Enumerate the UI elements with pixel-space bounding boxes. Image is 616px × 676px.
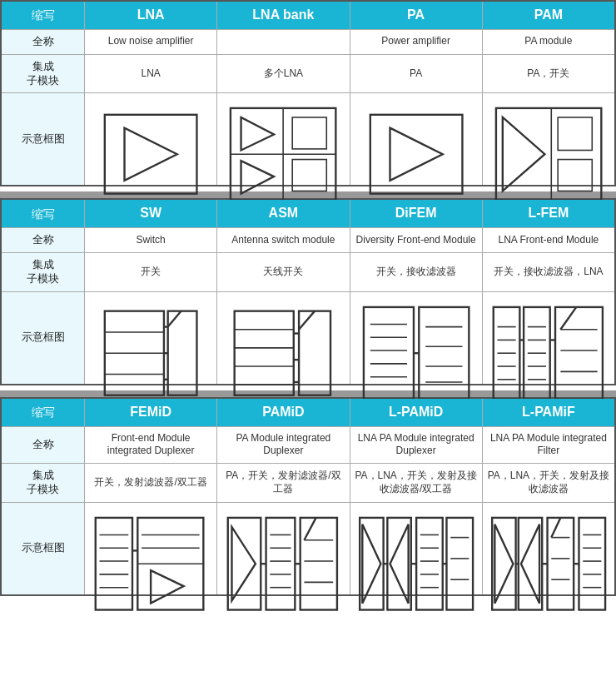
row-label-0: 缩写 (2, 399, 85, 426)
cell-submodule-3-2: PA，开关，发射滤波器/双工器 (217, 464, 350, 502)
cell-submodule-1-3: PA (350, 55, 483, 93)
cell-diagram-1-1 (85, 93, 217, 185)
cell-diagram-1-2 (217, 93, 350, 185)
svg-rect-49 (555, 307, 603, 400)
cell-submodule-1-2: 多个LNA (217, 55, 350, 93)
row-label-3: 示意框图 (2, 93, 85, 185)
row-fullname-1: 全称Low noise amplifierPower amplifierPA m… (2, 30, 614, 55)
svg-line-63 (560, 307, 576, 330)
section-2: 缩写SWASMDiFEML-FEM全称SwitchAntenna switch … (0, 198, 616, 385)
cell-fullname-1-1: Low noise amplifier (85, 30, 217, 54)
cell-diagram-2-3 (350, 292, 483, 384)
svg-marker-1 (125, 128, 177, 181)
cell-abbr-2-4: L-FEM (483, 200, 614, 227)
cell-fullname-3-1: Front-end Module integrated Duplexer (85, 427, 217, 463)
cell-submodule-1-1: LNA (85, 55, 217, 93)
cell-abbr-3-2: PAMiD (217, 399, 350, 426)
row-label-1: 全称 (2, 30, 85, 54)
svg-rect-97 (416, 518, 443, 610)
row-label-2: 集成 子模块 (2, 464, 85, 502)
cell-diagram-1-3 (350, 93, 483, 185)
row-abbr-3: 缩写FEMiDPAMiDL-PAMiDL-PAMiF (2, 399, 614, 427)
row-label-0: 缩写 (2, 200, 85, 227)
svg-marker-113 (521, 524, 539, 604)
cell-fullname-2-2: Antenna switch module (217, 228, 350, 252)
row-abbr-1: 缩写LNALNA bankPAPAM (2, 2, 614, 30)
svg-rect-66 (96, 518, 132, 610)
row-abbr-2: 缩写SWASMDiFEML-FEM (2, 200, 614, 228)
cell-abbr-2-3: DiFEM (350, 200, 483, 227)
row-label-2: 集成 子模块 (2, 253, 85, 291)
cell-submodule-2-4: 开关，接收滤波器，LNA (483, 253, 614, 291)
svg-rect-15 (558, 160, 592, 191)
svg-line-34 (299, 311, 315, 330)
row-label-3: 示意框图 (2, 503, 85, 594)
cell-fullname-2-1: Switch (85, 228, 217, 252)
cell-abbr-2-2: ASM (217, 200, 350, 227)
cell-submodule-2-1: 开关 (85, 253, 217, 291)
cell-diagram-1-4 (483, 93, 614, 185)
svg-rect-25 (235, 311, 294, 395)
cell-fullname-2-3: Diversity Front-end Module (350, 228, 483, 252)
cell-abbr-2-1: SW (85, 200, 217, 227)
cell-diagram-3-2 (217, 503, 350, 594)
cell-abbr-1-4: PAM (483, 2, 614, 29)
cell-abbr-1-1: LNA (85, 2, 217, 29)
cell-diagram-3-1 (85, 503, 217, 594)
cell-abbr-3-3: L-PAMiD (350, 399, 483, 426)
svg-rect-35 (363, 307, 413, 400)
cell-fullname-1-2 (217, 30, 350, 54)
cell-fullname-2-4: LNA Front-end Module (483, 228, 614, 252)
svg-rect-8 (292, 160, 326, 191)
cell-diagram-2-2 (217, 292, 350, 384)
svg-rect-9 (370, 115, 462, 194)
cell-abbr-3-4: L-PAMiF (483, 399, 614, 426)
row-label-1: 全称 (2, 427, 85, 463)
svg-marker-10 (390, 128, 442, 181)
row-diagram-3: 示意框图 (2, 503, 614, 594)
cell-fullname-1-4: PA module (483, 30, 614, 54)
section-1: 缩写LNALNA bankPAPAM全称Low noise amplifierP… (0, 0, 616, 186)
section-3: 缩写FEMiDPAMiDL-PAMiDL-PAMiF全称Front-end Mo… (0, 397, 616, 596)
cell-submodule-2-3: 开关，接收滤波器 (350, 253, 483, 291)
row-fullname-2: 全称SwitchAntenna switch moduleDiversity F… (2, 228, 614, 253)
row-submodule-3: 集成 子模块开关，发射滤波器/双工器PA，开关，发射滤波器/双工器PA，LNA，… (2, 464, 614, 503)
cell-fullname-1-3: Power amplifier (350, 30, 483, 54)
cell-fullname-3-2: PA Module integrated Duplexer (217, 427, 350, 463)
cell-abbr-1-3: PA (350, 2, 483, 29)
svg-line-90 (305, 518, 316, 540)
row-label-1: 全称 (2, 228, 85, 252)
svg-rect-14 (558, 117, 592, 151)
row-submodule-2: 集成 子模块开关天线开关开关，接收滤波器开关，接收滤波器，LNA (2, 253, 614, 292)
row-submodule-1: 集成 子模块LNA多个LNAPAPA，开关 (2, 55, 614, 94)
row-label-0: 缩写 (2, 2, 85, 29)
cell-diagram-2-1 (85, 292, 217, 384)
svg-rect-11 (496, 108, 601, 201)
row-label-3: 示意框图 (2, 292, 85, 384)
svg-marker-76 (151, 570, 184, 604)
svg-line-118 (551, 518, 560, 538)
svg-marker-96 (390, 524, 408, 604)
svg-rect-119 (579, 518, 605, 610)
cell-diagram-2-4 (483, 292, 614, 384)
cell-submodule-3-4: PA，LNA，开关，发射及接收滤波器 (483, 464, 614, 502)
cell-fullname-3-3: LNA PA Module integrated Duplexer (350, 427, 483, 463)
svg-marker-6 (241, 162, 275, 195)
cell-submodule-3-3: PA，LNA，开关，发射及接收滤波器/双工器 (350, 464, 483, 502)
svg-rect-80 (266, 518, 296, 610)
svg-marker-13 (503, 117, 545, 191)
svg-line-24 (168, 311, 181, 327)
row-diagram-2: 示意框图 (2, 292, 614, 384)
svg-marker-111 (494, 524, 513, 604)
cell-abbr-1-2: LNA bank (217, 2, 350, 29)
svg-rect-103 (446, 518, 473, 610)
cell-fullname-3-4: LNA PA Module integrated Filter (483, 427, 614, 463)
svg-marker-5 (241, 117, 275, 151)
cell-diagram-3-4 (483, 503, 614, 594)
cell-submodule-2-2: 天线开关 (217, 253, 350, 291)
cell-abbr-3-1: FEMiD (85, 399, 217, 426)
main-container: 缩写LNALNA bankPAPAM全称Low noise amplifierP… (0, 0, 616, 596)
cell-submodule-3-1: 开关，发射滤波器/双工器 (85, 464, 217, 502)
svg-rect-7 (292, 117, 326, 149)
row-label-2: 集成 子模块 (2, 55, 85, 93)
